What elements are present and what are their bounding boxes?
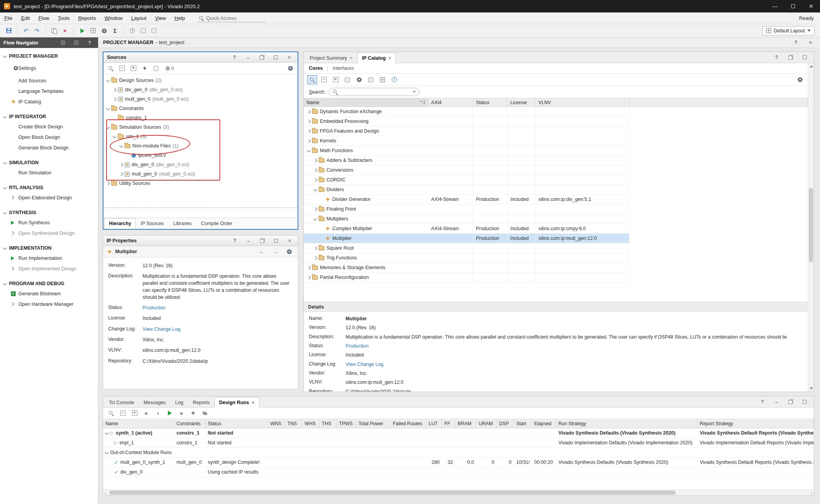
expand-all-icon[interactable]: +: [331, 75, 340, 84]
flownav-item-open-implemented-design[interactable]: Open Implemented Design: [0, 263, 98, 274]
flownav-item-settings[interactable]: Settings: [0, 61, 98, 75]
table-view-icon[interactable]: [378, 75, 387, 84]
flownav-section-header-simulation[interactable]: SIMULATION: [0, 158, 98, 167]
percent-toggle-icon[interactable]: %: [200, 409, 210, 418]
source-tree-item-div-gen-0[interactable]: div_gen_0(div_gen_0.xci): [103, 85, 298, 94]
chevron-right-icon[interactable]: [314, 158, 317, 162]
help-icon[interactable]: ?: [791, 38, 801, 47]
close-window-button[interactable]: ✕: [802, 0, 820, 12]
maximize-icon[interactable]: [271, 53, 280, 62]
tab-design-runs[interactable]: Design Runs×: [214, 397, 259, 408]
horizontal-scrollbar[interactable]: ‹ ›: [103, 490, 814, 495]
design-run-row-impl-1[interactable]: ▷impl_1constrs_1Not startedVivado Implem…: [103, 438, 814, 448]
column-header-license[interactable]: License: [508, 98, 536, 106]
ip-catalog-row-multipliers[interactable]: Multipliers: [304, 214, 629, 224]
float-icon[interactable]: [786, 53, 795, 62]
menu-edit[interactable]: Edit: [17, 15, 34, 21]
flownav-item-add-sources[interactable]: Add Sources: [0, 75, 98, 86]
step-back-icon[interactable]: ‹: [153, 409, 163, 418]
source-tree-item-ipcore-test-v[interactable]: ipcore_test.v: [103, 151, 298, 160]
ip-catalog-row-embedded-processing[interactable]: Embedded Processing: [304, 117, 629, 126]
info-icon[interactable]: i: [389, 75, 399, 84]
scrollbar-thumb[interactable]: [809, 188, 813, 262]
catalog-settings-button[interactable]: [795, 75, 805, 84]
help-icon[interactable]: ?: [758, 398, 767, 406]
flownav-item-open-synthesized-design[interactable]: Open Synthesized Design: [0, 228, 98, 238]
chevron-right-icon[interactable]: [314, 246, 317, 250]
chevron-right-icon[interactable]: [314, 178, 317, 182]
tab-reports[interactable]: Reports: [188, 397, 214, 408]
help-icon[interactable]: ?: [230, 236, 240, 245]
chevron-right-icon[interactable]: [106, 181, 110, 185]
search-icon[interactable]: [307, 75, 317, 84]
chevron-right-icon[interactable]: [307, 139, 311, 143]
flownav-section-header-rtl-analysis[interactable]: RTL ANALYSIS: [0, 183, 98, 192]
column-header-whs[interactable]: WHS: [302, 419, 319, 428]
maximize-icon[interactable]: [271, 236, 281, 245]
chevron-down-icon[interactable]: [106, 125, 110, 129]
menu-view[interactable]: View: [151, 15, 170, 21]
chevron-right-icon[interactable]: [119, 163, 123, 167]
quick-access-search[interactable]: [197, 14, 266, 22]
property-value[interactable]: View Change Log: [346, 361, 383, 368]
chevron-down-icon[interactable]: [3, 185, 7, 189]
debug-icon[interactable]: [149, 26, 159, 35]
chevron-right-icon[interactable]: [113, 97, 117, 101]
run-icon[interactable]: [77, 26, 87, 35]
open-file-icon[interactable]: [151, 64, 161, 73]
close-tab-icon[interactable]: ×: [350, 55, 353, 61]
tab-messages[interactable]: Messages: [139, 397, 171, 408]
tab-tcl-console[interactable]: Tcl Console: [104, 397, 139, 408]
save-icon[interactable]: [4, 26, 14, 35]
column-header-failed-routes[interactable]: Failed Routes: [390, 419, 426, 428]
delete-icon[interactable]: ×: [60, 26, 70, 35]
settings-gear-icon[interactable]: [99, 26, 109, 35]
tab-ip-catalog[interactable]: IP Catalog×: [357, 53, 396, 63]
source-tree-item-non-module-files[interactable]: Non-module Files(1): [103, 141, 298, 151]
forward-arrow-icon[interactable]: →: [271, 247, 280, 256]
ip-properties-header[interactable]: IP Properties ?–×: [103, 236, 298, 246]
chevron-right-icon[interactable]: [11, 267, 14, 271]
source-tree-item-div-gen-0[interactable]: div_gen_0(div_gen_0.xci): [103, 160, 298, 169]
maximize-window-button[interactable]: [784, 0, 802, 12]
close-icon[interactable]: ×: [806, 38, 815, 47]
minimize-icon[interactable]: –: [772, 398, 781, 406]
search-icon[interactable]: [106, 409, 116, 418]
minimize-window-button[interactable]: —: [766, 0, 784, 12]
column-header-total-power[interactable]: Total Power: [356, 419, 390, 428]
add-sources-icon[interactable]: +: [140, 64, 150, 73]
tab-ip-sources[interactable]: IP Sources: [136, 218, 169, 229]
minimize-icon[interactable]: –: [244, 236, 253, 245]
close-tab-icon[interactable]: ×: [389, 55, 391, 61]
ip-catalog-row-floating-point[interactable]: Floating Point: [304, 204, 629, 214]
fast-forward-icon[interactable]: »: [176, 409, 186, 418]
search-icon[interactable]: [106, 64, 116, 73]
flownav-item-run-synthesis[interactable]: Run Synthesis: [0, 217, 98, 228]
chevron-down-icon[interactable]: [106, 78, 110, 82]
tab-project-summary[interactable]: Project Summary×: [305, 53, 357, 63]
menu-flow[interactable]: Flow: [34, 15, 53, 21]
chevron-right-icon[interactable]: [307, 266, 311, 270]
chevron-down-icon[interactable]: [3, 114, 7, 118]
redo-icon[interactable]: ↷: [32, 26, 42, 35]
quick-access-input[interactable]: [206, 15, 257, 21]
ip-catalog-row-fpga-features-and-design[interactable]: FPGA Features and Design: [304, 126, 629, 136]
create-run-icon[interactable]: +: [188, 409, 198, 418]
layout-toggle-icon[interactable]: [71, 38, 81, 47]
ip-catalog-row-trig-functions[interactable]: Trig Functions: [304, 253, 629, 263]
vertical-scrollbar[interactable]: [808, 63, 814, 392]
source-tree-item-design-sources[interactable]: Design Sources(2): [103, 76, 298, 85]
flownav-item-generate-block-design[interactable]: Generate Block Design: [0, 142, 98, 153]
design-run-row-mult-gen-0-synth-1[interactable]: ✓mult_gen_0_synth_1mult_gen_0synth_desig…: [103, 458, 814, 467]
flownav-item-ip-catalog[interactable]: IP Catalog: [0, 96, 98, 107]
column-header-uram[interactable]: URAM: [476, 419, 497, 428]
maximize-icon[interactable]: [800, 53, 809, 62]
float-icon[interactable]: [257, 236, 267, 245]
chevron-down-icon[interactable]: [105, 431, 109, 435]
ip-catalog-row-cordic[interactable]: CORDIC: [304, 175, 629, 185]
chevron-down-icon[interactable]: [3, 160, 7, 164]
menu-tools[interactable]: Tools: [53, 15, 74, 21]
link-icon[interactable]: [366, 75, 376, 84]
chevron-right-icon[interactable]: [314, 256, 317, 260]
layout-selector[interactable]: Default Layout: [762, 26, 815, 35]
